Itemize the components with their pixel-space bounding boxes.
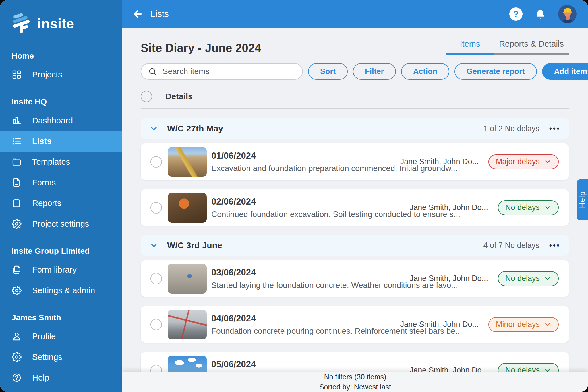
sidebar-item-forms[interactable]: Forms: [0, 172, 122, 193]
app-window: insite HomeProjectsInsite HQDashboardLis…: [0, 0, 588, 392]
item-date: 02/06/2024: [211, 197, 410, 207]
item-description: Excavation and foundation preparation co…: [211, 164, 400, 173]
sidebar-item-label: Forms: [32, 178, 56, 187]
list-item[interactable]: 02/06/2024Continued foundation excavatio…: [141, 189, 569, 226]
list-item[interactable]: 04/06/2024Foundation concrete pouring co…: [141, 306, 569, 343]
group-header-w-c-3rd-june[interactable]: W/C 3rd June4 of 7 No delays•••: [141, 235, 569, 256]
filter-button[interactable]: Filter: [353, 63, 396, 80]
status-label: Major delays: [496, 157, 540, 166]
tab-reports-details[interactable]: Reports & Details: [494, 39, 569, 55]
gear-icon: [11, 219, 22, 229]
sidebar-item-templates[interactable]: Templates: [0, 152, 122, 172]
sort-button[interactable]: Sort: [308, 63, 348, 80]
item-description: Foundation concrete pouring continues. R…: [211, 327, 400, 336]
sidebar-item-help[interactable]: Help: [0, 367, 122, 388]
chevron-down-icon: [544, 275, 551, 282]
list-item[interactable]: 03/06/2024Started laying the foundation …: [141, 260, 569, 297]
sidebar-item-project-settings[interactable]: Project settings: [0, 214, 122, 234]
sidebar-section-header: Insite Group Limited: [0, 243, 122, 259]
item-photo: [168, 310, 207, 339]
list-icon: [11, 136, 22, 146]
item-description: Started laying the foundation concrete. …: [211, 281, 410, 290]
action-button[interactable]: Action: [401, 63, 449, 80]
sidebar-item-settings[interactable]: Settings: [0, 347, 122, 367]
select-all-radio[interactable]: [141, 91, 152, 102]
sidebar-item-label: Projects: [32, 70, 62, 79]
tabs: Items Reports & Details: [446, 39, 569, 55]
status-badge[interactable]: Minor delays: [488, 317, 559, 332]
header-divider: [141, 108, 569, 109]
sidebar-item-reports[interactable]: Reports: [0, 193, 122, 214]
group-title: W/C 27th May: [167, 124, 223, 133]
generate-report-button[interactable]: Generate report: [454, 63, 537, 80]
user-avatar[interactable]: [558, 5, 577, 23]
sidebar: insite HomeProjectsInsite HQDashboardLis…: [0, 0, 122, 392]
topbar-actions: ?: [509, 5, 577, 23]
status-badge[interactable]: No delays: [498, 200, 559, 215]
group-title: W/C 3rd June: [167, 240, 222, 250]
group-header-w-c-27th-may[interactable]: W/C 27th May1 of 2 No delays•••: [141, 118, 569, 139]
sidebar-item-label: Profile: [32, 332, 56, 341]
notifications-button[interactable]: [535, 8, 546, 20]
sidebar-item-label: Settings & admin: [32, 286, 95, 295]
item-list: W/C 27th May1 of 2 No delays•••01/06/202…: [141, 118, 569, 389]
status-label: No delays: [505, 203, 540, 212]
sidebar-item-projects[interactable]: Projects: [0, 64, 122, 85]
group-menu-button[interactable]: •••: [549, 241, 560, 250]
sort-summary: Sorted by: Newest last: [319, 383, 391, 391]
sidebar-section: Insite Group LimitedForm librarySettings…: [0, 243, 122, 301]
item-people: Jane Smith, John Do...: [400, 320, 479, 329]
copy-icon: [11, 265, 22, 275]
group-menu-button[interactable]: •••: [549, 124, 560, 133]
item-select-radio[interactable]: [150, 202, 162, 214]
group-summary: 4 of 7 No delays: [483, 241, 539, 250]
item-description: Continued foundation excavation. Soil te…: [211, 210, 410, 219]
sidebar-item-lists[interactable]: Lists: [0, 131, 122, 152]
item-date: 01/06/2024: [211, 151, 400, 161]
item-date: 05/06/2024: [211, 359, 410, 370]
sidebar-item-label: Help: [32, 373, 49, 383]
brand-name: insite: [37, 16, 74, 32]
brand-logo: insite: [0, 7, 122, 39]
item-select-radio[interactable]: [150, 156, 162, 168]
page-title: Site Diary - June 2024: [141, 42, 261, 55]
sidebar-item-settings-admin[interactable]: Settings & admin: [0, 280, 122, 301]
avatar-image: [558, 5, 577, 23]
item-select-radio[interactable]: [150, 273, 162, 284]
item-texts: 04/06/2024Foundation concrete pouring co…: [211, 313, 400, 336]
sidebar-item-dashboard[interactable]: Dashboard: [0, 110, 122, 131]
chevron-down-icon: [544, 204, 551, 211]
toolbar: Sort Filter Action Generate report Add i…: [141, 63, 569, 80]
item-select-radio[interactable]: [150, 319, 162, 330]
add-items-button[interactable]: Add items: [542, 63, 588, 80]
status-badge[interactable]: No delays: [498, 271, 559, 286]
item-group: W/C 3rd June4 of 7 No delays•••03/06/202…: [141, 235, 569, 389]
group-items: 03/06/2024Started laying the foundation …: [141, 260, 569, 389]
sidebar-item-label: Templates: [32, 157, 70, 167]
item-photo: [168, 264, 207, 294]
main-column: Lists ?: [122, 0, 588, 392]
gear-icon: [11, 352, 22, 362]
sidebar-item-profile[interactable]: Profile: [0, 326, 122, 347]
details-header-row: Details: [141, 88, 569, 104]
list-item[interactable]: 01/06/2024Excavation and foundation prep…: [141, 143, 569, 180]
back-button[interactable]: [132, 8, 145, 20]
file-text-icon: [11, 177, 22, 188]
status-badge[interactable]: Major delays: [488, 154, 559, 169]
clipboard-icon: [11, 198, 22, 208]
sidebar-nav: HomeProjectsInsite HQDashboardListsTempl…: [0, 48, 122, 388]
tab-items[interactable]: Items: [446, 39, 494, 55]
help-side-tab[interactable]: Help: [577, 179, 588, 220]
sidebar-section-header: James Smith: [0, 309, 122, 326]
sidebar-item-form-library[interactable]: Form library: [0, 259, 122, 280]
item-people: Jane Smith, John Do...: [400, 157, 479, 166]
sidebar-item-label: Project settings: [32, 219, 89, 229]
help-button[interactable]: ?: [509, 7, 523, 21]
topbar-title: Lists: [150, 9, 169, 19]
item-group: W/C 27th May1 of 2 No delays•••01/06/202…: [141, 118, 569, 226]
chevron-down-icon: [149, 124, 158, 133]
arrow-left-icon: [132, 8, 144, 20]
chevron-down-icon: [149, 241, 158, 250]
search-input[interactable]: [162, 67, 295, 76]
sidebar-item-label: Form library: [32, 265, 77, 275]
